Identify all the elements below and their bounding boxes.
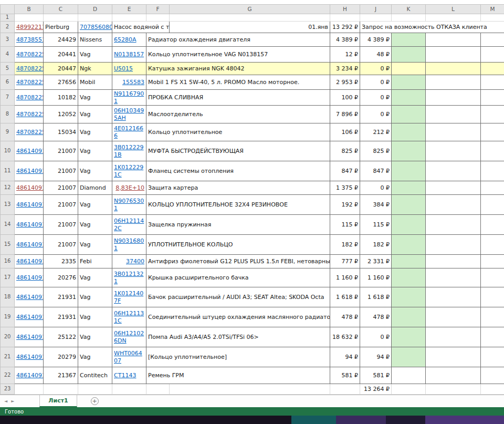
cell-D13[interactable]: Vag [78,195,112,215]
cell-C5[interactable]: 20447 [44,63,78,75]
cell-D3[interactable]: Nissens [78,33,112,47]
cell-B23[interactable] [15,384,44,395]
cell-B13[interactable]: 48614091 [15,195,44,215]
cell-B9[interactable]: 48708225 [15,123,44,141]
row-header-21[interactable]: 21 [1,347,15,367]
cell-H11[interactable]: 847 ₽ [330,161,360,181]
cell-G1[interactable] [170,14,330,22]
cell-H10[interactable]: 825 ₽ [330,141,360,161]
col-header-E[interactable]: E [112,5,146,14]
cell-J22[interactable]: 581 ₽ [360,367,392,384]
cell-B10[interactable]: 48614091 [15,141,44,161]
cell-F8[interactable]: Маслоотделитель [146,106,330,123]
row-header-16[interactable]: 16 [1,255,15,268]
cell-L13[interactable] [426,195,481,215]
cell-H8[interactable]: 7 896 ₽ [330,106,360,123]
cell-E1[interactable] [112,14,146,22]
cell-B11[interactable]: 48614091 [15,161,44,181]
cell-H5[interactable]: 3 234 ₽ [330,63,360,75]
cell-M22[interactable] [481,367,504,384]
cell-L23[interactable] [426,384,481,395]
cell-K19[interactable] [392,307,426,327]
sheet-nav-right-icon[interactable]: ► [11,399,14,404]
cell-K21[interactable] [392,347,426,367]
row-header-12[interactable]: 12 [1,181,15,195]
cell-E9[interactable]: 4E012166 6 [112,123,146,141]
cell-B4[interactable]: 48708225 [15,47,44,63]
cell-B6[interactable]: 48708225 [15,75,44,90]
cell-H13[interactable]: 192 ₽ [330,195,360,215]
cell-L1[interactable] [426,14,481,22]
cell-J6[interactable]: 0 ₽ [360,75,392,90]
cell-H20[interactable]: 18 632 ₽ [330,327,360,347]
row-header-19[interactable]: 19 [1,307,15,327]
col-header-L[interactable]: L [426,5,481,14]
cell-L18[interactable] [426,287,481,307]
cell-L11[interactable] [426,161,481,181]
cell-L5[interactable] [426,63,481,75]
sheet-nav-left-icon[interactable]: ◄ [4,399,7,404]
cell-B22[interactable]: 48614091 [15,367,44,384]
cell-B21[interactable]: 48614091 [15,347,44,367]
add-sheet-button[interactable]: + [91,397,99,405]
cell-F12[interactable]: Защита картера [146,181,330,195]
cell-K1[interactable] [392,14,426,22]
cell-D11[interactable]: Vag [78,161,112,181]
cell-H18[interactable]: 1 618 ₽ [330,287,360,307]
cell-J2[interactable]: Запрос на возможность ОТКАЗА клиента [360,22,504,33]
cell-K7[interactable] [392,90,426,106]
cell-D7[interactable]: Vag [78,90,112,106]
cell-E20[interactable]: 06H12102 6DN [112,327,146,347]
cell-D14[interactable]: Vag [78,215,112,235]
cell-H14[interactable]: 115 ₽ [330,215,360,235]
cell-K4[interactable] [392,47,426,63]
select-all-corner[interactable] [1,5,15,14]
col-header-D[interactable]: D [78,5,112,14]
cell-M3[interactable] [481,33,504,47]
cell-B1[interactable] [15,14,44,22]
cell-L17[interactable] [426,268,481,287]
cell-E12[interactable]: 8,83E+10 [112,181,146,195]
row-header-17[interactable]: 17 [1,268,15,287]
row-header-20[interactable]: 20 [1,327,15,347]
cell-F17[interactable]: Крышка расширительного бачка [146,268,330,287]
col-header-G[interactable]: G [170,5,330,14]
cell-J11[interactable]: 847 ₽ [360,161,392,181]
cell-C16[interactable]: 2335 [44,255,78,268]
row-header-1[interactable]: 1 [1,14,15,22]
cell-D18[interactable]: Vag [78,287,112,307]
cell-M9[interactable] [481,123,504,141]
cell-L12[interactable] [426,181,481,195]
cell-J8[interactable]: 0 ₽ [360,106,392,123]
cell-C17[interactable]: 20276 [44,268,78,287]
cell-D21[interactable]: Vag [78,347,112,367]
col-header-H[interactable]: H [330,5,360,14]
cell-B15[interactable]: 48614091 [15,235,44,255]
cell-K5[interactable] [392,63,426,75]
cell-C15[interactable]: 21007 [44,235,78,255]
cell-M21[interactable] [481,347,504,367]
cell-M6[interactable] [481,75,504,90]
cell-D17[interactable]: Vag [78,268,112,287]
cell-F14[interactable]: Защелка пружинная [146,215,330,235]
cell-E18[interactable]: 1K012140 7F [112,287,146,307]
cell-M17[interactable] [481,268,504,287]
cell-E15[interactable]: N9031680 1 [112,235,146,255]
cell-B16[interactable]: 48614091 [15,255,44,268]
cell-D6[interactable]: Mobil [78,75,112,90]
cell-B17[interactable]: 48614091 [15,268,44,287]
cell-K10[interactable] [392,141,426,161]
cell-K9[interactable] [392,123,426,141]
cell-M7[interactable] [481,90,504,106]
cell-E21[interactable]: WHT0064 07 [112,347,146,367]
cell-F15[interactable]: УПЛОТНИТЕЛЬНОЕ КОЛЬЦО [146,235,330,255]
row-header-11[interactable]: 11 [1,161,15,181]
cell-C19[interactable]: 21931 [44,307,78,327]
cell-E17[interactable]: 3B012132 1 [112,268,146,287]
cell-K6[interactable] [392,75,426,90]
cell-D19[interactable]: Vag [78,307,112,327]
col-header-F[interactable]: F [146,5,170,14]
cell-G2[interactable]: 01.янв [170,22,330,33]
cell-M18[interactable] [481,287,504,307]
cell-H21[interactable]: 94 ₽ [330,347,360,367]
